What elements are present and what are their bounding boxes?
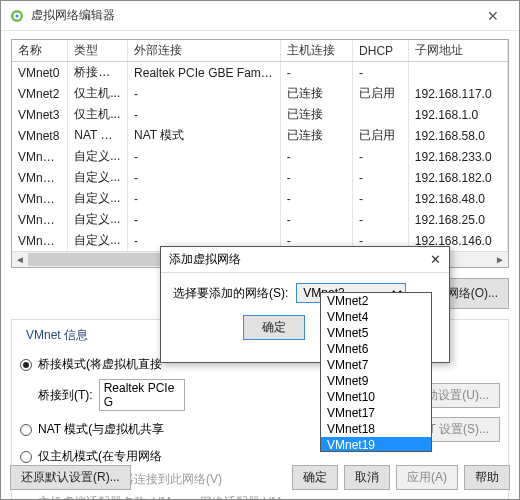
table-cell: 自定义... xyxy=(68,188,128,209)
dialog-title: 添加虚拟网络 xyxy=(169,251,430,268)
radio-bridge[interactable] xyxy=(20,359,32,371)
table-cell: 192.168.25.0 xyxy=(408,209,507,230)
svg-point-2 xyxy=(16,14,19,17)
help-button[interactable]: 帮助 xyxy=(464,465,510,490)
dropdown-option[interactable]: VMnet18 xyxy=(321,421,431,437)
table-cell: - xyxy=(128,188,281,209)
radio-nat-label: NAT 模式(与虚拟机共享 xyxy=(38,421,164,438)
table-cell: - xyxy=(280,167,352,188)
dropdown-option[interactable]: VMnet17 xyxy=(321,405,431,421)
table-cell: - xyxy=(128,209,281,230)
table-cell: 192.168.58.0 xyxy=(408,125,507,146)
dropdown-option[interactable]: VMnet9 xyxy=(321,373,431,389)
table-cell: - xyxy=(128,83,281,104)
bridge-to-select[interactable]: Realtek PCIe G xyxy=(99,379,185,411)
host-adapter-name: 主机虚拟适配器名称: VMware 网络适配器 VM xyxy=(38,494,281,500)
table-cell: VMnet11 xyxy=(12,146,68,167)
table-cell: VMnet0 xyxy=(12,62,68,84)
column-header[interactable]: 主机连接 xyxy=(280,40,352,62)
table-cell: 自定义... xyxy=(68,167,128,188)
table-cell: VMnet2 xyxy=(12,83,68,104)
table-row[interactable]: VMnet11自定义...---192.168.233.0 xyxy=(12,146,508,167)
column-header[interactable]: 名称 xyxy=(12,40,68,62)
table-cell: - xyxy=(128,104,281,125)
scroll-right-icon[interactable]: ► xyxy=(492,254,508,265)
table-cell: NAT 模式 xyxy=(68,125,128,146)
restore-defaults-button[interactable]: 还原默认设置(R)... xyxy=(10,465,131,490)
table-cell: 已启用 xyxy=(353,125,409,146)
dropdown-option[interactable]: VMnet7 xyxy=(321,357,431,373)
table-row[interactable]: VMnet3仅主机...-已连接192.168.1.0 xyxy=(12,104,508,125)
table-cell: - xyxy=(128,167,281,188)
dropdown-option[interactable]: VMnet10 xyxy=(321,389,431,405)
table-cell: - xyxy=(280,146,352,167)
section-legend: VMnet 信息 xyxy=(22,327,92,344)
table-cell: 192.168.1.0 xyxy=(408,104,507,125)
table-cell: 已连接 xyxy=(280,125,352,146)
table-cell: VMnet8 xyxy=(12,125,68,146)
app-icon xyxy=(9,8,25,24)
radio-bridge-label: 桥接模式(将虚拟机直接 xyxy=(38,356,162,373)
radio-hostonly[interactable] xyxy=(20,451,32,463)
table-cell: 已连接 xyxy=(280,83,352,104)
table-row[interactable]: VMnet2仅主机...-已连接已启用192.168.117.0 xyxy=(12,83,508,104)
table-cell: VMnet14 xyxy=(12,209,68,230)
table-cell: NAT 模式 xyxy=(128,125,281,146)
table-row[interactable]: VMnet13自定义...---192.168.48.0 xyxy=(12,188,508,209)
dropdown-option[interactable]: VMnet5 xyxy=(321,325,431,341)
table-cell: - xyxy=(280,62,352,84)
table-row[interactable]: VMnet8NAT 模式NAT 模式已连接已启用192.168.58.0 xyxy=(12,125,508,146)
table-cell: - xyxy=(353,146,409,167)
column-header[interactable]: 子网地址 xyxy=(408,40,507,62)
select-network-label: 选择要添加的网络(S): xyxy=(173,285,288,302)
dropdown-option[interactable]: VMnet2 xyxy=(321,293,431,309)
table-cell: 192.168.117.0 xyxy=(408,83,507,104)
bridge-to-label: 桥接到(T): xyxy=(38,387,93,404)
table-cell: 192.168.182.0 xyxy=(408,167,507,188)
dropdown-option[interactable]: VMnet19 xyxy=(321,437,431,452)
table-cell: - xyxy=(280,188,352,209)
ok-button[interactable]: 确定 xyxy=(292,465,338,490)
cancel-button[interactable]: 取消 xyxy=(344,465,390,490)
table-cell: 仅主机... xyxy=(68,104,128,125)
table-cell xyxy=(353,104,409,125)
table-cell: 已连接 xyxy=(280,104,352,125)
column-header[interactable]: DHCP xyxy=(353,40,409,62)
column-header[interactable]: 外部连接 xyxy=(128,40,281,62)
window-titlebar: 虚拟网络编辑器 ✕ xyxy=(1,1,519,31)
table-cell: - xyxy=(280,209,352,230)
apply-button[interactable]: 应用(A) xyxy=(396,465,458,490)
table-cell: 桥接模式 xyxy=(68,62,128,84)
dropdown-option[interactable]: VMnet6 xyxy=(321,341,431,357)
table-cell: - xyxy=(353,167,409,188)
network-table: 名称类型外部连接主机连接DHCP子网地址 VMnet0桥接模式Realtek P… xyxy=(11,39,509,268)
table-cell: - xyxy=(353,209,409,230)
table-cell: 192.168.233.0 xyxy=(408,146,507,167)
window-title: 虚拟网络编辑器 xyxy=(31,7,471,24)
table-cell: 192.168.48.0 xyxy=(408,188,507,209)
table-cell: Realtek PCIe GBE Family Contr... xyxy=(128,62,281,84)
table-cell: VMnet12 xyxy=(12,167,68,188)
table-cell: 自定义... xyxy=(68,146,128,167)
table-cell: - xyxy=(353,188,409,209)
table-row[interactable]: VMnet0桥接模式Realtek PCIe GBE Family Contr.… xyxy=(12,62,508,84)
table-cell: 自定义... xyxy=(68,230,128,251)
close-icon[interactable]: ✕ xyxy=(471,8,515,24)
network-dropdown-list[interactable]: VMnet2VMnet4VMnet5VMnet6VMnet7VMnet9VMne… xyxy=(320,292,432,452)
radio-hostonly-label: 仅主机模式(在专用网络 xyxy=(38,448,162,465)
table-cell: VMnet3 xyxy=(12,104,68,125)
column-header[interactable]: 类型 xyxy=(68,40,128,62)
table-row[interactable]: VMnet12自定义...---192.168.182.0 xyxy=(12,167,508,188)
scroll-left-icon[interactable]: ◄ xyxy=(12,254,28,265)
dialog-close-icon[interactable]: ✕ xyxy=(430,252,441,267)
table-cell: - xyxy=(353,62,409,84)
table-cell: 已启用 xyxy=(353,83,409,104)
table-cell: VMnet13 xyxy=(12,188,68,209)
dialog-ok-button[interactable]: 确定 xyxy=(243,315,305,340)
table-cell: 仅主机... xyxy=(68,83,128,104)
table-cell xyxy=(408,62,507,84)
dialog-footer: 还原默认设置(R)... 确定 取消 应用(A) 帮助 xyxy=(10,465,510,490)
dropdown-option[interactable]: VMnet4 xyxy=(321,309,431,325)
table-row[interactable]: VMnet14自定义...---192.168.25.0 xyxy=(12,209,508,230)
radio-nat[interactable] xyxy=(20,424,32,436)
